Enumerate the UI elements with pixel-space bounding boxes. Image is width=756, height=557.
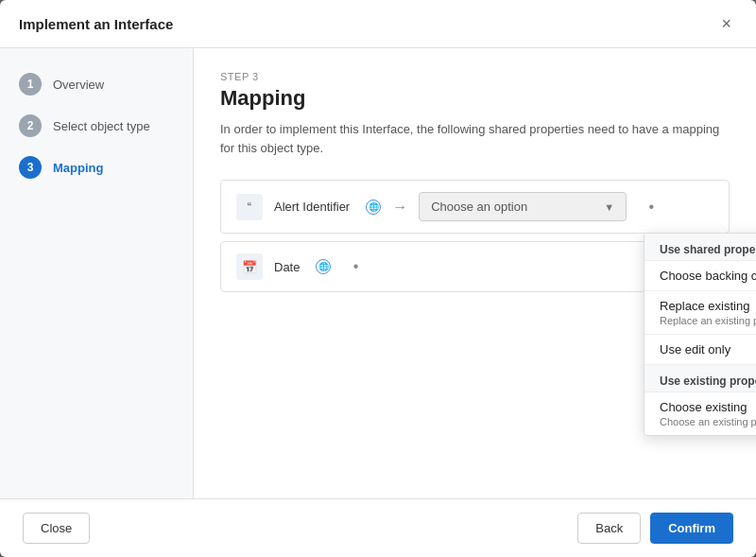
footer-right: Back Confirm [577,513,733,544]
dropdown-item-label-choose-existing: Choose existing [660,400,747,414]
more-options-icon-date[interactable]: • [346,257,365,276]
globe-icon-date: 🌐 [316,259,331,274]
step-title: Mapping [220,86,730,111]
confirm-button[interactable]: Confirm [650,513,733,544]
dropdown-trigger-alert[interactable]: Choose an option ▼ [419,192,627,221]
dropdown-item-label-edit-only: Use edit only [660,342,730,357]
modal-header: Implement an Interface × [0,0,756,48]
dropdown-item-main-choose-existing: Choose existing ▶ [660,400,756,414]
modal-overlay: Implement an Interface × 1 Overview 2 Se… [0,0,756,557]
back-button[interactable]: Back [577,513,641,544]
step-description: In order to implement this Interface, th… [220,120,730,157]
dropdown-item-choose-existing[interactable]: Choose existing ▶ Choose an existing pro… [644,392,756,435]
modal-dialog: Implement an Interface × 1 Overview 2 Se… [0,0,756,557]
sidebar-item-label-overview: Overview [53,78,104,92]
dropdown-section-header-existing: Use existing property [644,365,756,392]
arrow-icon: → [392,199,407,216]
sidebar: 1 Overview 2 Select object type 3 Mappin… [0,48,194,498]
close-icon-button[interactable]: × [715,13,737,34]
sidebar-item-mapping[interactable]: 3 Mapping [0,147,193,188]
dropdown-item-sub-choose-existing: Choose an existing property to fullfill … [660,416,756,427]
modal-body: 1 Overview 2 Select object type 3 Mappin… [0,48,756,498]
sidebar-item-overview[interactable]: 1 Overview [0,63,193,105]
dropdown-item-label-backing: Choose backing column [660,269,756,283]
step-badge-1: 1 [19,73,42,96]
dropdown-item-label-replace: Replace existing [660,299,749,313]
prop-name-date: Date [274,260,300,274]
modal-footer: Close Back Confirm [0,498,756,557]
sidebar-item-select-object-type[interactable]: 2 Select object type [0,105,193,147]
dropdown-item-choose-backing-column[interactable]: Choose backing column ▶ [644,261,756,291]
close-button[interactable]: Close [23,513,90,544]
dropdown-item-main-replace: Replace existing ▶ [660,299,756,313]
dropdown-item-main-backing: Choose backing column ▶ [660,269,756,283]
dropdown-value-alert: Choose an option [431,200,527,214]
step-badge-2: 2 [19,114,42,137]
globe-icon-alert: 🌐 [366,200,381,215]
dropdown-item-sub-replace: Replace an existing property with this s… [660,315,756,326]
more-options-icon-alert[interactable]: • [642,198,661,217]
dropdown-item-use-edit-only[interactable]: Use edit only [644,335,756,365]
dropdown-item-replace-existing[interactable]: Replace existing ▶ Replace an existing p… [644,291,756,335]
dropdown-section-header-shared: Use shared property [644,234,756,261]
mapping-row-alert-identifier: “ Alert Identifier 🌐 → Choose an option … [220,180,730,234]
prop-name-alert-identifier: Alert Identifier [274,200,350,214]
sidebar-item-label-mapping: Mapping [53,161,103,175]
step-badge-3: 3 [19,156,42,179]
chevron-down-icon: ▼ [604,201,614,213]
modal-title: Implement an Interface [19,16,173,32]
quotemark-icon: “ [236,194,263,220]
footer-left: Close [23,513,90,544]
step-label: STEP 3 [220,71,730,82]
dropdown-item-main-edit-only: Use edit only [660,342,756,357]
dropdown-menu: Use shared property Choose backing colum… [644,233,756,436]
calendar-icon: 📅 [236,253,263,280]
main-content: STEP 3 Mapping In order to implement thi… [194,48,756,498]
sidebar-item-label-select-object: Select object type [53,119,150,133]
